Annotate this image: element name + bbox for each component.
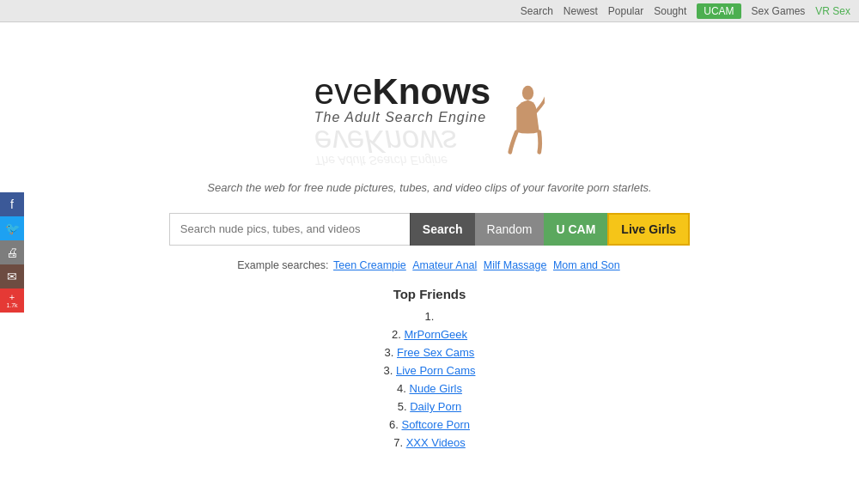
email-button[interactable]: ✉: [0, 264, 24, 288]
search-button[interactable]: Search: [410, 213, 475, 246]
logo-title: eveKnows: [314, 74, 490, 110]
example-link-3[interactable]: Milf Massage: [484, 259, 547, 271]
friend-link-liveporncams[interactable]: Live Porn Cams: [396, 364, 475, 377]
nav-search[interactable]: Search: [521, 5, 553, 17]
top-friends-list: 1. 2. MrPornGeek 3. Free Sex Cams 3. Liv…: [384, 310, 476, 449]
top-friends-title: Top Friends: [384, 287, 476, 301]
social-sidebar: f 🐦 🖨 ✉ +1.7k: [0, 192, 24, 313]
list-item: 2. MrPornGeek: [384, 328, 476, 341]
nav-sought[interactable]: Sought: [654, 5, 686, 17]
search-input[interactable]: [169, 213, 410, 246]
friend-link-nudegirls[interactable]: Nude Girls: [410, 382, 462, 395]
example-label: Example searches:: [237, 259, 328, 271]
list-item: 3. Live Porn Cams: [384, 364, 476, 377]
list-item: 4. Nude Girls: [384, 382, 476, 395]
example-link-1[interactable]: Teen Creampie: [333, 259, 406, 271]
twitter-button[interactable]: 🐦: [0, 216, 24, 240]
example-link-2[interactable]: Amateur Anal: [412, 259, 477, 271]
logo-subtitle-reflection: The Adult Search Engine: [314, 155, 490, 166]
friend-link-xxxvideos[interactable]: XXX Videos: [406, 436, 466, 449]
friend-link-dailyporn[interactable]: Daily Porn: [410, 400, 461, 413]
nav-sexgames[interactable]: Sex Games: [752, 5, 806, 17]
nav-vrsex[interactable]: VR Sex: [815, 5, 850, 17]
logo-light: eve: [314, 71, 373, 112]
livegirls-button[interactable]: Live Girls: [607, 213, 690, 246]
logo-area: eveKnows The Adult Search Engine eveKnow…: [314, 74, 545, 166]
friend-link-softcoreporn[interactable]: Softcore Porn: [401, 418, 470, 431]
ucam-button[interactable]: U CAM: [544, 213, 607, 246]
list-item: 5. Daily Porn: [384, 400, 476, 413]
friend-link-freesexcams[interactable]: Free Sex Cams: [397, 346, 474, 359]
print-button[interactable]: 🖨: [0, 240, 24, 264]
list-item: 1.: [384, 310, 476, 323]
svg-point-0: [522, 86, 533, 100]
tagline: Search the web for free nude pictures, t…: [207, 181, 651, 194]
logo-reflection: eveKnows: [314, 127, 490, 155]
friend-link-mrporngeek[interactable]: MrPornGeek: [404, 328, 467, 341]
example-searches: Example searches: Teen Creampie Amateur …: [237, 259, 622, 271]
logo-subtitle: The Adult Search Engine: [314, 110, 490, 125]
logo-bold: Knows: [373, 71, 491, 112]
main-content: eveKnows The Adult Search Engine eveKnow…: [0, 22, 859, 504]
facebook-button[interactable]: f: [0, 192, 24, 216]
top-friends: Top Friends 1. 2. MrPornGeek 3. Free Sex…: [384, 287, 476, 454]
list-item: 7. XXX Videos: [384, 436, 476, 449]
nav-ucam[interactable]: UCAM: [697, 3, 740, 19]
top-nav: Search Newest Popular Sought UCAM Sex Ga…: [0, 0, 859, 22]
list-item: 3. Free Sex Cams: [384, 346, 476, 359]
nav-popular[interactable]: Popular: [608, 5, 643, 17]
list-item: 6. Softcore Porn: [384, 418, 476, 431]
nav-newest[interactable]: Newest: [564, 5, 598, 17]
example-link-4[interactable]: Mom and Son: [553, 259, 620, 271]
random-button[interactable]: Random: [475, 213, 545, 246]
search-bar: Search Random U CAM Live Girls: [169, 213, 690, 246]
share-button[interactable]: +1.7k: [0, 288, 24, 313]
logo-figure: [497, 83, 545, 156]
